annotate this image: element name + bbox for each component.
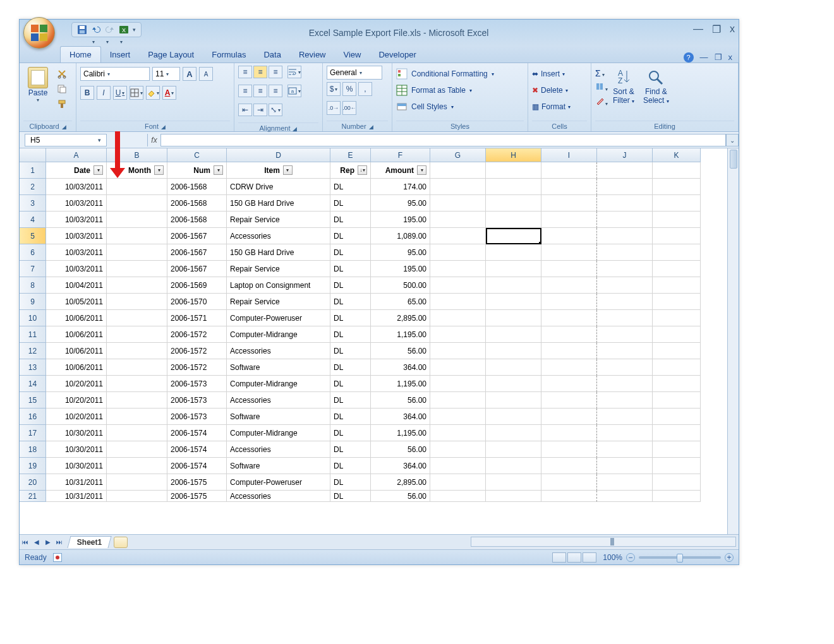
cell[interactable]: 10/20/2011 — [46, 392, 107, 408]
cell[interactable]: 10/04/2011 — [46, 277, 107, 294]
cell[interactable] — [597, 474, 653, 491]
format-cells-button[interactable]: ▦Format▾ — [532, 98, 571, 115]
cell[interactable] — [107, 244, 167, 261]
cell[interactable]: Software — [227, 458, 330, 474]
paste-button[interactable]: Paste ▾ — [23, 66, 52, 103]
cell[interactable]: Computer-Poweruser — [227, 310, 330, 326]
cell[interactable]: Computer-Midrange — [227, 376, 330, 392]
fill-color-button[interactable] — [146, 86, 160, 100]
cell[interactable] — [653, 326, 701, 343]
header-date[interactable]: Date▾ — [46, 162, 107, 179]
sheet-nav-last-icon[interactable]: ⏭ — [54, 537, 65, 548]
row-header-21[interactable]: 21 — [20, 491, 46, 502]
underline-button[interactable]: U — [113, 86, 127, 100]
fill-button[interactable] — [595, 82, 608, 93]
cell[interactable] — [597, 310, 653, 326]
cell[interactable] — [430, 408, 486, 425]
cell[interactable]: Accessories — [227, 392, 330, 408]
cell[interactable]: 2,895.00 — [371, 474, 430, 491]
cell[interactable]: DL — [330, 310, 371, 326]
cell[interactable] — [541, 474, 597, 491]
row-header-16[interactable]: 16 — [20, 408, 46, 425]
cell[interactable] — [653, 261, 701, 277]
cell[interactable] — [486, 261, 541, 277]
cell[interactable] — [597, 425, 653, 441]
copy-icon[interactable] — [56, 83, 68, 95]
cell[interactable] — [653, 359, 701, 376]
alignment-launcher-icon[interactable]: ◢ — [293, 126, 297, 132]
sheet-nav-first-icon[interactable]: ⏮ — [20, 537, 31, 548]
row-header-10[interactable]: 10 — [20, 310, 46, 326]
fx-button[interactable]: fx — [147, 134, 161, 146]
cell[interactable]: Computer-Midrange — [227, 425, 330, 441]
number-launcher-icon[interactable]: ◢ — [369, 124, 373, 130]
cell[interactable]: 56.00 — [371, 392, 430, 408]
cell[interactable]: DL — [330, 408, 371, 425]
wrap-text-button[interactable] — [287, 66, 301, 78]
cell[interactable] — [430, 491, 486, 502]
cell[interactable]: 1,195.00 — [371, 326, 430, 343]
cell[interactable]: 10/31/2011 — [46, 491, 107, 502]
cell[interactable]: DL — [330, 261, 371, 277]
view-layout-button[interactable] — [567, 552, 581, 563]
cell[interactable]: 174.00 — [371, 179, 430, 195]
filter-rep-sorted-icon[interactable]: ↓▾ — [358, 165, 367, 175]
cell[interactable] — [430, 261, 486, 277]
cell[interactable] — [107, 261, 167, 277]
cell[interactable]: Software — [227, 359, 330, 376]
cell[interactable]: 10/06/2011 — [46, 343, 107, 359]
col-header-C[interactable]: C — [167, 148, 227, 162]
cell[interactable]: Computer-Poweruser — [227, 474, 330, 491]
cell[interactable] — [653, 376, 701, 392]
formula-expand-icon[interactable]: ⌄ — [726, 134, 739, 146]
cell[interactable] — [107, 179, 167, 195]
tab-insert[interactable]: Insert — [101, 47, 140, 63]
cell[interactable] — [107, 343, 167, 359]
help-icon[interactable]: ? — [684, 52, 694, 63]
cell[interactable] — [486, 474, 541, 491]
cell[interactable] — [486, 326, 541, 343]
tab-view[interactable]: View — [335, 47, 370, 63]
cell[interactable]: Accessories — [227, 343, 330, 359]
tab-review[interactable]: Review — [290, 47, 335, 63]
cell[interactable] — [597, 458, 653, 474]
cell[interactable] — [541, 228, 597, 244]
cell[interactable] — [486, 179, 541, 195]
tab-developer[interactable]: Developer — [370, 47, 425, 63]
cell[interactable] — [653, 212, 701, 228]
cell[interactable] — [430, 458, 486, 474]
cell[interactable]: 10/03/2011 — [46, 212, 107, 228]
align-left-button[interactable]: ≡ — [238, 85, 252, 97]
col-header-E[interactable]: E — [330, 148, 371, 162]
borders-button[interactable] — [130, 86, 143, 100]
col-header-I[interactable]: I — [541, 148, 597, 162]
tab-data[interactable]: Data — [255, 47, 289, 63]
cell[interactable]: 10/06/2011 — [46, 326, 107, 343]
cell[interactable] — [486, 343, 541, 359]
col-header-H[interactable]: H — [486, 148, 541, 162]
col-header-G[interactable]: G — [430, 148, 486, 162]
cell[interactable]: 2006-1570 — [167, 294, 227, 310]
font-launcher-icon[interactable]: ◢ — [161, 124, 166, 130]
cell[interactable]: 364.00 — [371, 458, 430, 474]
row-header-7[interactable]: 7 — [20, 261, 46, 277]
row-header-18[interactable]: 18 — [20, 441, 46, 458]
name-box[interactable]: H5▾ — [25, 134, 107, 146]
cell[interactable]: 10/30/2011 — [46, 441, 107, 458]
cell[interactable]: DL — [330, 244, 371, 261]
cell[interactable] — [541, 441, 597, 458]
cell[interactable]: Computer-Midrange — [227, 326, 330, 343]
font-color-button[interactable]: A — [162, 86, 176, 100]
cell[interactable] — [597, 244, 653, 261]
italic-button[interactable]: I — [97, 86, 111, 100]
ribbon-minimize-icon[interactable]: — — [700, 52, 708, 63]
cell[interactable]: 10/06/2011 — [46, 359, 107, 376]
cell[interactable] — [541, 179, 597, 195]
cell[interactable] — [541, 212, 597, 228]
cell[interactable] — [430, 474, 486, 491]
cell[interactable] — [541, 294, 597, 310]
cell[interactable]: DL — [330, 294, 371, 310]
cell[interactable]: 2006-1572 — [167, 343, 227, 359]
tab-formulas[interactable]: Formulas — [203, 47, 255, 63]
format-painter-icon[interactable] — [56, 98, 68, 110]
